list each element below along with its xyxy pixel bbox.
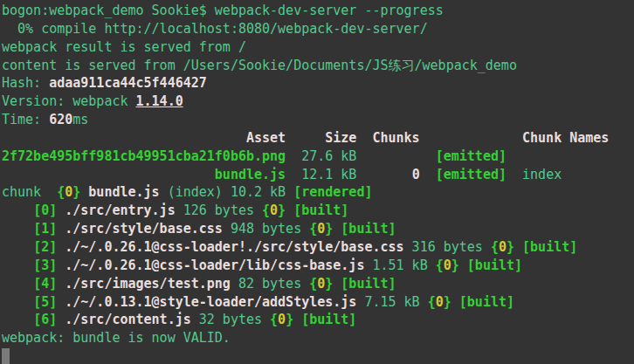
terminal-text-segment (2, 312, 33, 327)
terminal-text-segment: 82 bytes (231, 276, 309, 292)
terminal-text-segment: { (270, 312, 278, 327)
terminal-line: Version: webpack 1.14.0 (2, 93, 634, 111)
terminal-text-segment: 12.1 kB (286, 167, 412, 182)
terminal-text-segment: { (262, 203, 270, 218)
terminal-text-segment: 126 bytes (176, 203, 262, 218)
terminal-text-segment: Hash: (2, 75, 49, 91)
terminal-text-segment: } (325, 276, 333, 292)
terminal-text-segment: ./~/.0.13.1@style-loader/addStyles.js (65, 294, 356, 310)
terminal-text-segment: 620 (49, 112, 72, 127)
terminal-text-segment (2, 239, 33, 255)
terminal-text-segment: { (428, 294, 436, 310)
terminal-text-segment: [built] (467, 258, 522, 273)
terminal-text-segment: 0 (436, 294, 444, 310)
terminal-text-segment: } (444, 294, 451, 310)
terminal-text-segment (2, 294, 33, 310)
terminal-text-segment: 0 (270, 203, 278, 218)
terminal-text-segment: 0% compile http://localhost:8080/webpack… (2, 21, 428, 37)
terminal-text-segment: [emitted] (436, 167, 507, 182)
terminal-text-segment: Asset Size Chunks Chunk Names (2, 130, 609, 146)
terminal-text-segment: ms (72, 112, 88, 127)
terminal-line: [5] ./~/.0.13.1@style-loader/addStyles.j… (2, 293, 634, 312)
terminal-text-segment: [rendered] (293, 184, 372, 200)
terminal-text-segment (459, 258, 467, 273)
terminal-line: webpack: bundle is now VALID. (2, 329, 634, 347)
terminal-text-segment: chunk (2, 184, 57, 200)
terminal-text-segment: 0 (317, 221, 325, 237)
terminal-text-segment: 7.15 kB (356, 294, 427, 310)
terminal-text-segment: [built] (459, 294, 514, 310)
terminal-text-segment: content is served from /Users/Sookie/Doc… (2, 58, 517, 73)
terminal-text-segment (57, 239, 65, 255)
terminal-text-segment (420, 167, 436, 182)
terminal-line (2, 347, 634, 364)
terminal-text-segment: bundle.js (88, 184, 159, 200)
terminal-text-segment: } (278, 203, 286, 218)
terminal-text-segment (57, 203, 65, 218)
terminal-text-segment (57, 258, 65, 273)
terminal-text-segment: bundle.js (215, 167, 286, 182)
terminal-text-segment: adaa911ca44c5f446427 (49, 75, 207, 91)
terminal-text-segment: [built] (522, 239, 577, 255)
block-cursor (2, 348, 10, 364)
terminal-text-segment: 2f72be495bff981cb49951cba21f0b6b.png (2, 148, 286, 164)
terminal-text-segment: [built] (301, 312, 356, 327)
terminal-line: bundle.js 12.1 kB 0 [emitted] index (2, 166, 634, 184)
terminal-text-segment: { (491, 239, 499, 255)
terminal-line: [1] ./src/style/base.css 948 bytes {0} [… (2, 220, 634, 238)
terminal-line: [0] ./src/entry.js 126 bytes {0} [built] (2, 202, 634, 220)
terminal-text-segment: } (286, 312, 293, 327)
terminal-text-segment: { (436, 258, 444, 273)
terminal-line: [6] ./src/content.js 32 bytes {0} [built… (2, 311, 634, 329)
terminal-text-segment: 0 (278, 312, 286, 327)
terminal-text-segment: [1] (33, 221, 57, 237)
terminal-text-segment: } (507, 239, 514, 255)
terminal-text-segment: ./src/entry.js (65, 203, 175, 218)
terminal-text-segment: (index) 10.2 kB (160, 184, 294, 200)
terminal-text-segment: [emitted] (436, 148, 507, 164)
terminal-text-segment: ./~/.0.26.1@css-loader/lib/css-base.js (65, 258, 364, 273)
terminal-line: chunk {0} bundle.js (index) 10.2 kB [ren… (2, 183, 634, 202)
terminal-text-segment: } (325, 221, 333, 237)
terminal-text-segment (2, 203, 33, 218)
terminal-text-segment: 0 (317, 276, 325, 292)
terminal-line: [4] ./src/images/test.png 82 bytes {0} [… (2, 275, 634, 293)
terminal-text-segment: [built] (341, 276, 396, 292)
terminal-text-segment (451, 294, 459, 310)
terminal-text-segment: 32 bytes (191, 312, 270, 327)
terminal-text-segment: } (451, 258, 459, 273)
terminal-text-segment: 1.14.0 (136, 93, 183, 109)
terminal-text-segment (2, 167, 215, 182)
terminal-screen[interactable]: bogon:webpack_demo Sookie$ webpack-dev-s… (0, 0, 634, 364)
terminal-line: content is served from /Users/Sookie/Doc… (2, 57, 634, 75)
terminal-text-segment: [2] (33, 239, 57, 255)
terminal-line: bogon:webpack_demo Sookie$ webpack-dev-s… (2, 2, 634, 20)
terminal-text-segment: 0 (499, 239, 507, 255)
terminal-text-segment: ./src/style/base.css (65, 221, 223, 237)
terminal-text-segment (514, 239, 522, 255)
terminal-line: webpack result is served from / (2, 38, 634, 57)
terminal-text-segment (333, 221, 341, 237)
terminal-text-segment (2, 258, 33, 273)
terminal-text-segment: { (57, 184, 65, 200)
terminal-text-segment: 948 bytes (223, 221, 309, 237)
terminal-line: Hash: adaa911ca44c5f446427 (2, 74, 634, 93)
terminal-text-segment: 1.51 kB (364, 258, 435, 273)
terminal-text-segment (57, 312, 65, 327)
terminal-text-segment: webpack: bundle is now VALID. (2, 330, 231, 346)
terminal-text-segment: [5] (33, 294, 57, 310)
terminal-text-segment: [3] (33, 258, 57, 273)
terminal-text-segment (80, 184, 88, 200)
terminal-text-segment: [6] (33, 312, 57, 327)
terminal-line: [2] ./~/.0.26.1@css-loader!./src/style/b… (2, 238, 634, 257)
terminal-text-segment (57, 276, 65, 292)
terminal-text-segment (293, 312, 301, 327)
terminal-text-segment: [built] (293, 203, 348, 218)
terminal-text-segment (2, 221, 33, 237)
terminal-text-segment: ./~/.0.26.1@css-loader!./src/style/base.… (65, 239, 403, 255)
terminal-text-segment: [0] (33, 203, 57, 218)
terminal-text-segment (57, 221, 65, 237)
terminal-text-segment (286, 203, 293, 218)
terminal-text-segment: 0 (412, 167, 420, 182)
terminal-line: [3] ./~/.0.26.1@css-loader/lib/css-base.… (2, 257, 634, 275)
